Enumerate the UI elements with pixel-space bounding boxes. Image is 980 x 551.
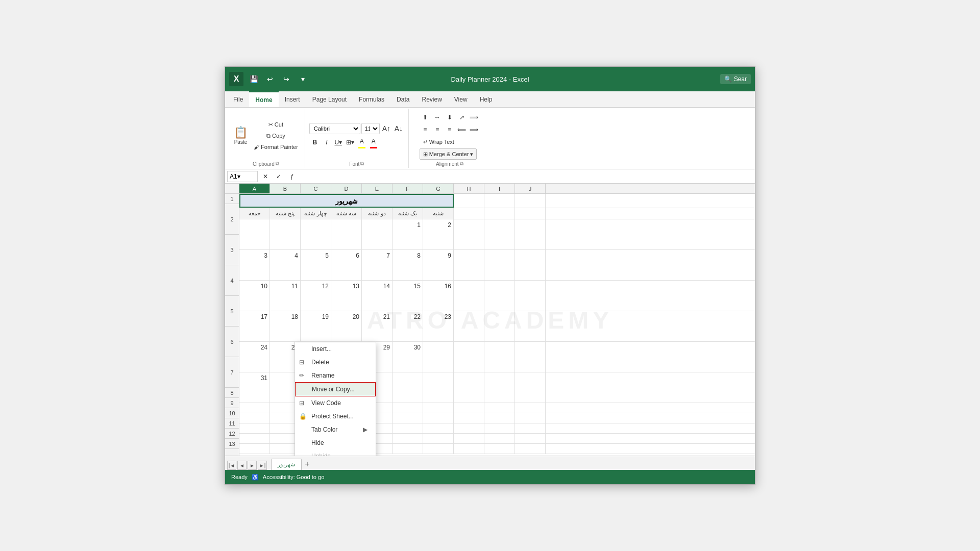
cell-a7[interactable]: 24 [239, 342, 270, 372]
col-header-d[interactable]: D [331, 184, 362, 193]
cell-h5[interactable] [454, 281, 484, 311]
undo-button[interactable]: ↩ [263, 72, 277, 86]
cell-f7[interactable]: 30 [393, 342, 423, 372]
cell-e5[interactable]: 14 [362, 281, 393, 311]
align-bottom-button[interactable]: ⬇ [444, 112, 455, 123]
align-top-button[interactable]: ⬆ [420, 112, 431, 123]
cell-a5[interactable]: 10 [239, 281, 270, 311]
border-button[interactable]: ⊞▾ [345, 137, 356, 148]
cell-g8[interactable] [423, 372, 454, 403]
cell-i4[interactable] [484, 250, 515, 280]
cell-c2[interactable]: چهار شنبه [301, 208, 331, 219]
cell-g7[interactable] [423, 342, 454, 372]
cell-ref-dropdown[interactable]: ▾ [237, 173, 240, 180]
cell-f9[interactable] [393, 403, 423, 413]
customize-btn[interactable]: ▾ [296, 72, 310, 86]
cell-d3[interactable] [331, 219, 362, 249]
cell-i5[interactable] [484, 281, 515, 311]
context-menu-move-copy[interactable]: Move or Copy... [295, 382, 376, 396]
formula-cancel-btn[interactable]: ✕ [260, 171, 271, 182]
align-right-button[interactable]: ≡ [444, 124, 455, 135]
cell-a13[interactable] [239, 444, 270, 454]
cell-i13[interactable] [484, 444, 515, 454]
cell-j3[interactable] [515, 219, 546, 249]
sheet-nav-first[interactable]: |◄ [227, 461, 236, 470]
context-menu-hide[interactable]: Hide [295, 436, 376, 449]
cell-f3[interactable]: 1 [393, 219, 423, 249]
cell-a10[interactable] [239, 413, 270, 423]
tab-file[interactable]: File [227, 91, 249, 107]
tab-page-layout[interactable]: Page Layout [306, 91, 353, 107]
formula-confirm-btn[interactable]: ✓ [273, 171, 284, 182]
cell-f13[interactable] [393, 444, 423, 454]
context-menu-delete[interactable]: ⊟ Delete [295, 356, 376, 369]
col-header-c[interactable]: C [301, 184, 331, 193]
cell-g12[interactable] [423, 434, 454, 443]
cell-h6[interactable] [454, 311, 484, 341]
decrease-indent-button[interactable]: ⟸ [456, 124, 468, 135]
sheet-nav-next[interactable]: ► [248, 461, 257, 470]
cell-h4[interactable] [454, 250, 484, 280]
tab-insert[interactable]: Insert [279, 91, 306, 107]
copy-button[interactable]: ⧉ Copy [251, 131, 301, 141]
sheet-tab-shahrivar[interactable]: شهریور [271, 459, 302, 470]
cell-j2[interactable] [515, 208, 546, 219]
cell-i1[interactable] [484, 194, 515, 208]
add-sheet-button[interactable]: + [302, 459, 313, 470]
cell-h2[interactable] [454, 208, 484, 219]
search-box[interactable]: 🔍 Sear [720, 74, 751, 84]
cell-j6[interactable] [515, 311, 546, 341]
col-header-i[interactable]: I [484, 184, 515, 193]
cell-b3[interactable] [270, 219, 301, 249]
context-menu-insert[interactable]: Insert... [295, 342, 376, 356]
cell-c4[interactable]: 5 [301, 250, 331, 280]
cell-b2[interactable]: پنج شنبه [270, 208, 301, 219]
cell-j5[interactable] [515, 281, 546, 311]
paste-button[interactable]: 📋 Paste [231, 121, 250, 150]
grow-font-button[interactable]: A↑ [381, 123, 392, 134]
context-menu-tab-color[interactable]: Tab Color ▶ [295, 423, 376, 436]
tab-home[interactable]: Home [249, 91, 278, 107]
cell-j8[interactable] [515, 372, 546, 403]
cell-j12[interactable] [515, 434, 546, 443]
cell-i10[interactable] [484, 413, 515, 423]
cell-h12[interactable] [454, 434, 484, 443]
cell-j10[interactable] [515, 413, 546, 423]
clipboard-expand-icon[interactable]: ⧉ [276, 161, 279, 167]
wrap-text-button[interactable]: ↵ Wrap Text [420, 136, 458, 147]
cell-f6[interactable]: 22 [393, 311, 423, 341]
align-middle-button[interactable]: ↔ [432, 112, 443, 123]
cell-h11[interactable] [454, 423, 484, 433]
cell-f11[interactable] [393, 423, 423, 433]
cell-f4[interactable]: 8 [393, 250, 423, 280]
cell-f8[interactable] [393, 372, 423, 403]
cell-h7[interactable] [454, 342, 484, 372]
cell-c5[interactable]: 12 [301, 281, 331, 311]
merge-dropdown-icon[interactable]: ▾ [470, 151, 473, 158]
cell-e4[interactable]: 7 [362, 250, 393, 280]
sheet-nav-last[interactable]: ►| [258, 461, 267, 470]
cell-g3[interactable]: 2 [423, 219, 454, 249]
cell-i12[interactable] [484, 434, 515, 443]
indent-button[interactable]: ⟹ [469, 112, 480, 123]
tab-data[interactable]: Data [390, 91, 415, 107]
cell-a6[interactable]: 17 [239, 311, 270, 341]
col-header-a[interactable]: A [239, 184, 270, 193]
cell-f10[interactable] [393, 413, 423, 423]
cell-g4[interactable]: 9 [423, 250, 454, 280]
cell-i6[interactable] [484, 311, 515, 341]
cell-c3[interactable] [301, 219, 331, 249]
cell-e2[interactable]: دو شنبه [362, 208, 393, 219]
underline-button[interactable]: U▾ [333, 137, 344, 148]
cell-j7[interactable] [515, 342, 546, 372]
col-header-f[interactable]: F [393, 184, 423, 193]
cell-d6[interactable]: 20 [331, 311, 362, 341]
font-expand-icon[interactable]: ⧉ [360, 161, 364, 167]
cell-a2[interactable]: جمعه [239, 208, 270, 219]
cell-d2[interactable]: سه شنبه [331, 208, 362, 219]
formula-input[interactable] [300, 173, 753, 180]
cell-a3[interactable] [239, 219, 270, 249]
merge-center-button[interactable]: ⊞ Merge & Center ▾ [420, 148, 477, 160]
context-menu-rename[interactable]: ✏ Rename [295, 369, 376, 382]
cell-a11[interactable] [239, 423, 270, 433]
